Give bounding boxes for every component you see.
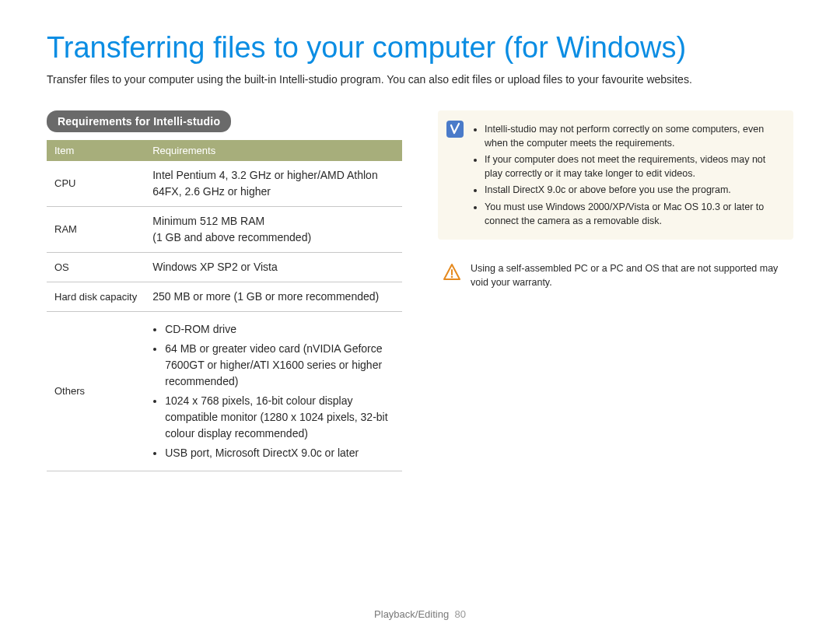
req-value: Intel Pentium 4, 3.2 GHz or higher/AMD A… [145,161,402,207]
req-value-others: CD-ROM drive 64 MB or greater video card… [145,311,402,471]
warning-icon [443,263,461,282]
list-item: If your computer does not meet the requi… [485,152,782,180]
table-row: CPU Intel Pentium 4, 3.2 GHz or higher/A… [47,161,402,207]
req-label: OS [47,252,145,282]
list-item: CD-ROM drive [165,321,394,338]
table-row: Others CD-ROM drive 64 MB or greater vid… [47,311,402,471]
list-item: 64 MB or greater video card (nVIDIA Gefo… [165,341,394,390]
list-item: Install DirectX 9.0c or above before you… [485,183,782,197]
right-column: Intelli-studio may not perform correctly… [438,110,793,289]
warning-text: Using a self-assembled PC or a PC and OS… [471,261,793,289]
req-label: Others [47,311,145,471]
requirements-heading: Requirements for Intelli-studio [47,110,231,132]
req-label: RAM [47,206,145,252]
list-item: 1024 x 768 pixels, 16-bit colour display… [165,393,394,442]
list-item: Intelli-studio may not perform correctly… [485,122,782,150]
svg-point-2 [451,276,453,278]
requirements-table: Item Requirements CPU Intel Pentium 4, 3… [47,140,402,471]
table-row: RAM Minimum 512 MB RAM(1 GB and above re… [47,206,402,252]
info-icon [446,120,464,138]
page-intro: Transfer files to your computer using th… [47,72,793,87]
warning-note: Using a self-assembled PC or a PC and OS… [438,261,793,289]
footer-section: Playback/Editing [374,608,449,620]
footer-page-number: 80 [454,608,465,620]
two-column-layout: Requirements for Intelli-studio Item Req… [47,110,793,471]
table-header-req: Requirements [145,140,402,161]
req-label: Hard disk capacity [47,282,145,311]
info-note: Intelli-studio may not perform correctly… [438,110,793,240]
req-value: Windows XP SP2 or Vista [145,252,402,282]
req-value: Minimum 512 MB RAM(1 GB and above recomm… [145,206,402,252]
page-title: Transferring files to your computer (for… [47,31,793,65]
list-item: You must use Windows 2000/XP/Vista or Ma… [485,200,782,228]
page-footer: Playback/Editing 80 [0,608,840,620]
list-item: USB port, Microsoft DirectX 9.0c or late… [165,445,394,461]
left-column: Requirements for Intelli-studio Item Req… [47,110,402,471]
table-header-item: Item [47,140,145,161]
table-row: Hard disk capacity 250 MB or more (1 GB … [47,282,402,311]
table-row: OS Windows XP SP2 or Vista [47,252,402,282]
svg-rect-0 [446,121,464,138]
req-label: CPU [47,161,145,207]
req-value: 250 MB or more (1 GB or more recommended… [145,282,402,311]
